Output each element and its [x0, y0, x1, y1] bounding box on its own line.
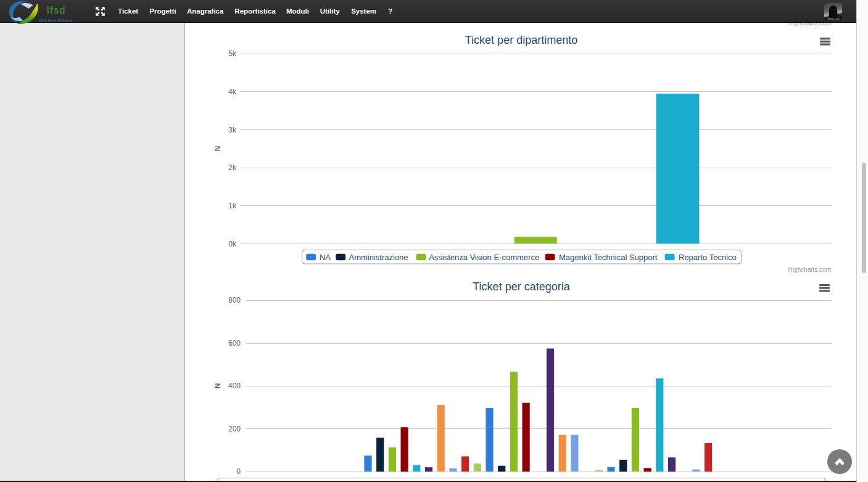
svg-text:1k: 1k — [228, 202, 237, 210]
svg-text:Magenkit Technical Support: Magenkit Technical Support — [559, 253, 658, 262]
svg-text:0k: 0k — [228, 240, 237, 248]
svg-text:redhat.com: redhat.com — [827, 17, 840, 20]
svg-text:NA: NA — [320, 253, 331, 262]
svg-text:800: 800 — [228, 296, 241, 304]
svg-text:200: 200 — [228, 425, 241, 433]
svg-text:5k: 5k — [228, 49, 237, 58]
svg-text:N: N — [213, 146, 222, 152]
svg-text:Ticket per dipartimento: Ticket per dipartimento — [465, 34, 577, 46]
svg-text:Reparto Tecnico: Reparto Tecnico — [679, 253, 737, 262]
svg-text:Assistenza Vision E-commerce: Assistenza Vision E-commerce — [429, 253, 539, 262]
svg-text:600: 600 — [228, 339, 241, 348]
svg-text:3k: 3k — [228, 126, 237, 134]
svg-text:4k: 4k — [228, 88, 237, 96]
svg-text:2k: 2k — [228, 163, 237, 172]
svg-text:Highcharts.com: Highcharts.com — [788, 266, 831, 273]
svg-text:400: 400 — [228, 382, 241, 390]
svg-text:Amministrazione: Amministrazione — [349, 253, 408, 262]
svg-text:N: N — [213, 383, 222, 389]
svg-text:0: 0 — [236, 467, 241, 476]
svg-text:Ticket per categoria: Ticket per categoria — [473, 280, 570, 293]
